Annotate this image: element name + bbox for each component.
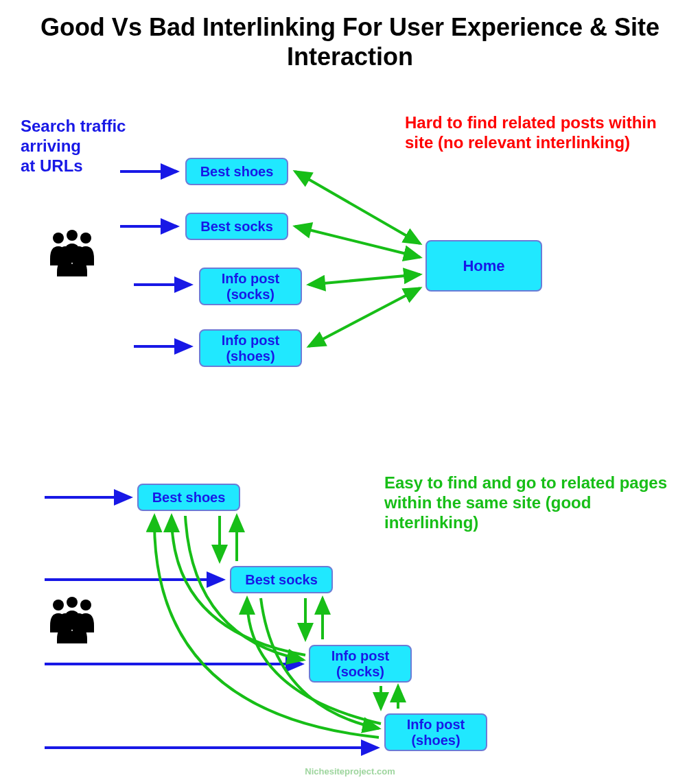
bad-label: Hard to find related posts within site (… [405,113,679,153]
svg-point-3 [60,246,71,257]
good-label: Easy to find and go to related pages wit… [384,473,673,532]
svg-point-6 [67,597,78,608]
node-good-best-socks: Best socks [230,566,333,593]
node-good-best-shoes: Best shoes [137,484,240,511]
svg-line-17 [309,288,420,346]
node-home: Home [425,240,542,292]
footer-credit: Nichesiteproject.com [0,766,700,777]
svg-point-1 [67,230,78,241]
people-icon [38,230,106,281]
svg-point-2 [80,233,91,244]
node-good-info-socks: Info post (socks) [309,645,412,683]
svg-point-0 [53,233,64,244]
diagram-title: Good Vs Bad Interlinking For User Experi… [0,12,700,71]
node-bad-best-socks: Best socks [185,213,288,240]
svg-point-9 [73,613,84,624]
node-bad-best-shoes: Best shoes [185,158,288,185]
svg-point-4 [73,246,84,257]
svg-line-15 [295,226,420,257]
svg-line-16 [309,274,420,285]
node-good-info-shoes: Info post (shoes) [384,713,487,751]
svg-point-8 [60,613,71,624]
svg-point-7 [80,600,91,611]
svg-point-5 [53,600,64,611]
people-icon [38,597,106,648]
node-bad-info-socks: Info post (socks) [199,268,302,305]
svg-line-14 [295,171,420,244]
traffic-label: Search traffic arriving at URLs [21,117,161,176]
node-bad-info-shoes: Info post (shoes) [199,329,302,367]
